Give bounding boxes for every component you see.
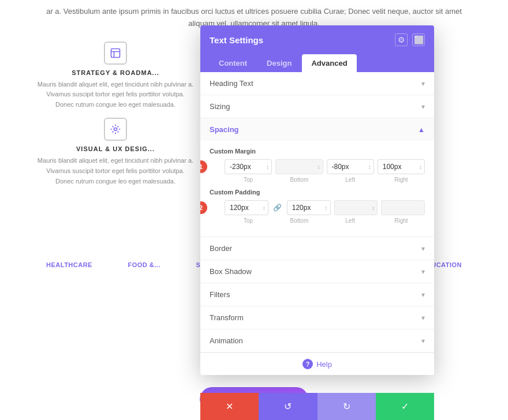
filters-label: Filters [210,290,230,299]
ux-icon [104,118,127,141]
spacing-section: Spacing ▲ Custom Margin 1 ↕ ↕ [200,118,434,237]
strategy-icon [104,42,127,65]
filters-section[interactable]: Filters ▾ [200,283,434,306]
settings-icon[interactable]: ⚙ [395,33,408,46]
section1-title: STRATEGY & ROADMA... [17,69,214,76]
margin-bottom-unit[interactable]: ↕ [316,163,322,171]
padding-left-group: ↕ [334,200,378,215]
border-section[interactable]: Border ▾ [200,237,434,260]
border-label: Border [210,244,232,253]
box-shadow-label: Box Shadow [210,267,252,276]
custom-margin-label: Custom Margin [210,148,425,155]
link-healthcare[interactable]: HEALTHCARE [46,261,92,268]
step2-badge: 2 [200,201,207,214]
undo-button[interactable]: ↺ [259,393,317,420]
tab-design[interactable]: Design [257,54,301,72]
modal-footer: ? Help [200,352,434,375]
help-label: Help [316,360,332,369]
cancel-button[interactable]: ✕ [200,393,259,420]
padding-bottom-unit[interactable]: ↕ [323,204,330,212]
section1-text1: Mauris blandit aliquet elit, eget tincid… [17,80,214,90]
padding-left-label: Left [327,217,374,224]
redo-button[interactable]: ↻ [318,393,376,420]
margin-top-label: Top [225,177,272,183]
heading-text-section[interactable]: Heading Text ▾ [200,72,434,95]
margin-right-unit[interactable]: ↕ [417,163,424,171]
box-shadow-chevron: ▾ [421,268,425,276]
filters-chevron: ▾ [421,291,425,299]
padding-bottom-label: Bottom [275,217,323,224]
action-bar: ✕ ↺ ↻ ✓ [200,393,434,420]
close-icon[interactable]: ⬜ [412,33,425,46]
sizing-chevron: ▾ [421,103,425,111]
step1-badge: 1 [200,160,207,173]
padding-bottom-group: ↕ [287,200,331,215]
transform-label: Transform [210,313,244,322]
padding-labels: Top Bottom Left Right [210,217,425,224]
tab-content[interactable]: Content [210,54,256,72]
modal-body: Heading Text ▾ Sizing ▾ Spacing ▲ Custom… [200,72,434,375]
margin-labels: Top Bottom Left Right [210,177,425,183]
margin-left-label: Left [327,177,374,183]
confirm-icon: ✓ [401,401,409,412]
section2-text1: Mauris blandit aliquet elit, eget tincid… [17,156,214,166]
section2-text3: Donec rutrum congue leo eget malesuada. [17,177,214,187]
sizing-label: Sizing [210,102,230,111]
padding-left-unit[interactable]: ↕ [370,204,376,212]
padding-top-unit[interactable]: ↕ [261,204,267,212]
animation-label: Animation [210,336,243,345]
padding-right-input[interactable] [381,200,425,215]
tab-advanced[interactable]: Advanced [302,54,356,72]
margin-input-row: ↕ ↕ ↕ ↕ [225,159,425,174]
section2-text2: Vivamus suscipit tortor eget felis portt… [17,166,214,177]
modal-tabs: Content Design Advanced [200,54,434,72]
cancel-icon: ✕ [226,401,233,412]
transform-chevron: ▾ [421,314,425,322]
confirm-button[interactable]: ✓ [376,393,434,420]
help-icon: ? [302,359,313,369]
spacing-header[interactable]: Spacing ▲ [200,118,434,141]
padding-link-icon-wrapper: 🔗 [272,200,283,215]
padding-link-icon[interactable]: 🔗 [272,202,283,213]
margin-left-group: ↕ [327,159,374,174]
spacing-label: Spacing [210,125,239,134]
section2-title: VISUAL & UX DESIG... [17,145,214,152]
margin-input-wrapper: 1 ↕ ↕ ↕ [210,159,425,174]
spacing-content: Custom Margin 1 ↕ ↕ [200,141,434,237]
heading-text-label: Heading Text [210,79,253,88]
margin-bottom-label: Bottom [275,177,323,183]
redo-icon: ↻ [343,401,350,412]
modal-header-icons: ⚙ ⬜ [395,33,425,46]
margin-left-unit[interactable]: ↕ [367,163,373,171]
margin-top-unit[interactable]: ↕ [264,163,271,171]
section1-text2: Vivamus suscipit tortor eget felis portt… [17,89,214,100]
animation-chevron: ▾ [421,337,425,345]
padding-right-label: Right [378,217,425,224]
padding-right-group [381,200,425,215]
padding-top-label: Top [225,217,272,224]
text-settings-modal: Text Settings ⚙ ⬜ Content Design Advance… [200,25,434,375]
margin-bottom-group: ↕ [275,159,323,174]
border-chevron: ▾ [421,245,425,253]
modal-header: Text Settings ⚙ ⬜ [200,25,434,54]
sizing-section[interactable]: Sizing ▾ [200,95,434,118]
margin-right-label: Right [378,177,425,183]
box-shadow-section[interactable]: Box Shadow ▾ [200,260,434,283]
margin-top-group: ↕ [225,159,272,174]
modal-title: Text Settings [210,35,263,45]
animation-section[interactable]: Animation ▾ [200,329,434,352]
heading-text-chevron: ▾ [421,80,425,88]
help-link[interactable]: ? Help [302,359,332,369]
margin-right-group: ↕ [378,159,425,174]
padding-top-group: ↕ [225,200,268,215]
spacing-chevron-up: ▲ [418,126,425,134]
section1-text3: Donec rutrum congue leo eget malesuada. [17,100,214,110]
padding-input-wrapper: 2 ↕ 🔗 ↕ [210,200,425,215]
svg-point-1 [114,128,117,131]
link-food[interactable]: FOOD &... [128,261,160,268]
padding-input-row: ↕ 🔗 ↕ ↕ [225,200,425,215]
undo-icon: ↺ [284,401,292,412]
svg-rect-0 [111,48,120,57]
custom-padding-label: Custom Padding [210,189,425,196]
transform-section[interactable]: Transform ▾ [200,306,434,329]
